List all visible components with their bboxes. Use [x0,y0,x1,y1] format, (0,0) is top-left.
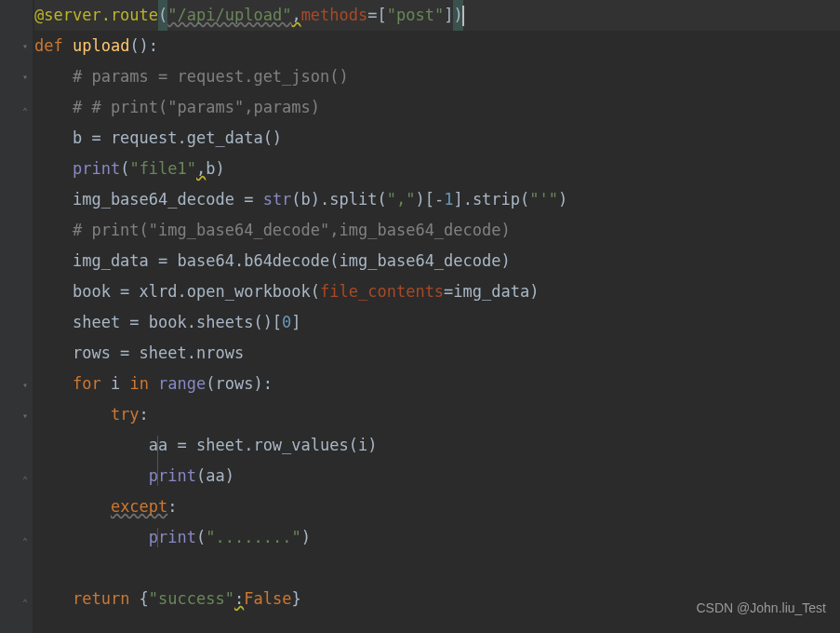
code-area[interactable]: @server.route("/api/upload",methods=["po… [33,0,840,633]
code-line[interactable]: img_base64_decode = str(b).split(",")[-1… [34,184,840,215]
fold-icon[interactable]: ▾ [20,410,31,421]
code-line[interactable]: for i in range(rows): [34,369,840,399]
code-line[interactable]: print(aa) [34,461,840,492]
fold-icon[interactable]: ▾ [20,40,31,51]
code-line[interactable] [34,553,840,584]
code-line[interactable]: aa = sheet.row_values(i) [34,430,840,461]
code-line[interactable]: # print("img_base64_decode",img_base64_d… [34,215,840,246]
fold-icon[interactable]: ⌃ [20,105,31,116]
code-line[interactable]: img_data = base64.b64decode(img_base64_d… [34,246,840,276]
fold-icon[interactable]: ⌃ [20,597,31,608]
watermark: CSDN @John.liu_Test [697,593,827,624]
code-editor[interactable]: ▾ ▾ ⌃ ▾ ▾ ⌃ ⌃ ⌃ @server.route("/api/uplo… [0,0,840,633]
code-line[interactable]: try: [34,399,840,430]
code-line[interactable]: b = request.get_data() [34,123,840,154]
code-line[interactable]: print("........") [34,522,840,553]
gutter: ▾ ▾ ⌃ ▾ ▾ ⌃ ⌃ ⌃ [0,0,33,633]
code-line[interactable]: print("file1",b) [34,154,840,184]
code-line[interactable]: except: [34,492,840,522]
fold-icon[interactable]: ⌃ [20,535,31,546]
fold-icon[interactable]: ▾ [20,379,31,390]
code-line[interactable]: book = xlrd.open_workbook(file_contents=… [34,276,840,307]
code-line[interactable]: # params = request.get_json() [34,61,840,92]
code-line[interactable]: @server.route("/api/upload",methods=["po… [34,0,840,31]
indent-guide [157,436,158,486]
code-line[interactable]: # # print("params",params) [34,92,840,123]
code-line[interactable]: def upload(): [34,31,840,61]
code-line[interactable]: sheet = book.sheets()[0] [34,307,840,338]
cursor [462,6,464,26]
code-line[interactable]: rows = sheet.nrows [34,338,840,369]
indent-guide [157,528,158,547]
fold-icon[interactable]: ⌃ [20,474,31,485]
fold-icon[interactable]: ▾ [20,71,31,82]
